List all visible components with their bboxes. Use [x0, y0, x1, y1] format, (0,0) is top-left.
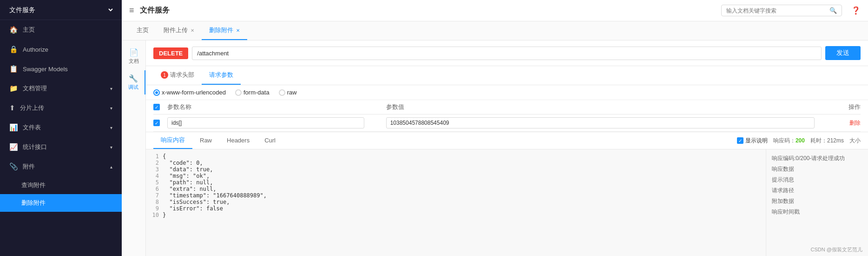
params-table-header: 参数名称 参数值 操作 [153, 100, 861, 115]
sidebar-item-authorize[interactable]: 🔒 Authorize [0, 40, 122, 59]
params-table: 参数名称 参数值 操作 删除 [146, 100, 868, 132]
resp-tab-curl[interactable]: Curl [257, 133, 283, 148]
right-content: DELETE 发送 1 请求头部 请求参数 x-www-form-urlenco… [146, 40, 868, 256]
code-line: 4 "msg": "ok", [150, 173, 762, 179]
sidebar-service-select[interactable]: 文件服务 [7, 6, 114, 14]
header-badge: 1 [161, 71, 168, 79]
sidebar-item-attachment[interactable]: 📎 附件 ▴ [0, 157, 122, 176]
size-label: 大小 [849, 137, 861, 145]
resp-tab-raw[interactable]: Raw [192, 133, 219, 148]
content-area: 📄 文档 🔧 调试 DELETE 发送 1 请求头部 [122, 40, 868, 256]
sidebar-subitem-query-attachment[interactable]: 查询附件 [0, 176, 122, 194]
sidebar-item-label: Authorize [23, 46, 48, 53]
desc-item: 响应时间戳 [772, 207, 862, 217]
code-area: 1 { 2 "code": 0, 3 "data": true, 4 [146, 149, 868, 256]
tab-main-label: 主页 [137, 26, 149, 34]
code-line: 7 "timestamp": "1667640888989", [150, 192, 762, 199]
desc-item: 附加数据 [772, 196, 862, 207]
sidebar-item-stats-api[interactable]: 📈 统计接口 ▾ [0, 137, 122, 157]
body-type-bar: x-www-form-urlencoded form-data raw [146, 85, 868, 100]
sidebar-item-label: 文档管理 [23, 84, 47, 93]
req-tab-headers-label: 请求头部 [170, 71, 194, 79]
sidebar-item-label: Swagger Models [23, 66, 68, 73]
close-icon[interactable]: ✕ [236, 28, 240, 33]
header-checkbox[interactable] [153, 104, 160, 110]
tab-upload[interactable]: 附件上传 ✕ [156, 21, 202, 40]
send-button[interactable]: 发送 [825, 46, 861, 60]
code-editor[interactable]: 1 { 2 "code": 0, 3 "data": true, 4 [146, 149, 766, 256]
req-tab-headers[interactable]: 1 请求头部 [153, 66, 202, 85]
row-checkbox[interactable] [153, 120, 160, 126]
status-label: 响应码：200 [773, 137, 805, 145]
left-panel-doc[interactable]: 📄 文档 [122, 44, 145, 68]
sidebar-subitem-delete-attachment[interactable]: 删除附件 [0, 194, 122, 212]
resp-tab-headers[interactable]: Headers [219, 133, 257, 148]
col-action-header: 操作 [823, 103, 861, 111]
chevron-down-icon: ▾ [110, 106, 112, 111]
chevron-down-icon: ▾ [110, 125, 112, 130]
show-desc-option[interactable]: ✓ 显示说明 [737, 137, 768, 145]
sidebar-item-doc-mgmt[interactable]: 📁 文档管理 ▾ [0, 79, 122, 98]
radio-formdata[interactable]: form-data [235, 89, 270, 96]
response-area: 响应内容 Raw Headers Curl ✓ 显示说明 响应码：200 耗时：… [146, 132, 868, 256]
sidebar-item-label: 主页 [23, 26, 35, 34]
sidebar-header: 文件服务 [0, 0, 122, 20]
radio-urlencoded[interactable]: x-www-form-urlencoded [153, 89, 226, 96]
home-icon: 🏠 [9, 26, 18, 34]
radio-formdata-dot [235, 89, 242, 96]
code-line: 5 "path": null, [150, 179, 762, 186]
response-tabs: 响应内容 Raw Headers Curl ✓ 显示说明 响应码：200 耗时：… [146, 132, 868, 149]
response-meta: ✓ 显示说明 响应码：200 耗时：212ms 大小 [737, 137, 861, 145]
close-icon[interactable]: ✕ [191, 28, 194, 33]
help-icon[interactable]: ❓ [851, 6, 861, 15]
left-panel-doc-label: 文档 [129, 58, 139, 65]
desc-item: 响应数据 [772, 164, 862, 175]
url-bar: DELETE 发送 [146, 40, 868, 66]
time-label: 耗时：212ms [810, 137, 844, 145]
code-line: 6 "extra": null, [150, 186, 762, 192]
chart-icon: 📈 [9, 143, 18, 151]
url-input[interactable] [192, 47, 822, 60]
resp-tab-content[interactable]: 响应内容 [153, 132, 192, 149]
param-name-input[interactable] [167, 117, 364, 128]
req-tab-params[interactable]: 请求参数 [202, 66, 241, 85]
table-icon: 📊 [9, 123, 18, 132]
status-code: 200 [796, 137, 805, 144]
sidebar-item-label: 文件表 [23, 123, 41, 132]
desc-item: 响应编码:0/200-请求处理成功 [772, 153, 862, 164]
code-line: 8 "isSuccess": true, [150, 199, 762, 205]
code-line: 9 "isError": false [150, 205, 762, 212]
radio-raw[interactable]: raw [279, 89, 297, 96]
main-content: ≡ 文件服务 🔍 ❓ 主页 附件上传 ✕ 删除附件 ✕ 📄 文档 [122, 0, 868, 256]
sidebar-item-split-upload[interactable]: ⬆ 分片上传 ▾ [0, 98, 122, 118]
page-title: 文件服务 [140, 6, 170, 15]
doc-icon: 📄 [129, 48, 138, 57]
top-bar: ≡ 文件服务 🔍 ❓ [122, 0, 868, 21]
radio-raw-dot [279, 89, 285, 96]
sidebar-item-label: 附件 [23, 162, 35, 171]
tab-delete[interactable]: 删除附件 ✕ [202, 21, 247, 40]
search-box[interactable]: 🔍 [721, 5, 842, 16]
tabs-bar: 主页 附件上传 ✕ 删除附件 ✕ [122, 21, 868, 40]
sidebar-item-file-table[interactable]: 📊 文件表 ▾ [0, 118, 122, 137]
sidebar-item-swagger-models[interactable]: 📋 Swagger Models [0, 59, 122, 79]
sidebar-nav: 🏠 主页 🔒 Authorize 📋 Swagger Models 📁 文档管理… [0, 20, 122, 256]
delete-row-button[interactable]: 删除 [849, 120, 861, 126]
desc-item: 请求路径 [772, 185, 862, 196]
tab-main[interactable]: 主页 [129, 21, 156, 40]
left-panel: 📄 文档 🔧 调试 [122, 40, 146, 256]
sidebar-item-label: 统计接口 [23, 143, 47, 151]
table-row: 删除 [153, 115, 861, 132]
watermark: CSDN @假装文艺范儿 [811, 246, 862, 253]
desc-item: 提示消息 [772, 175, 862, 185]
code-desc: 响应编码:0/200-请求处理成功 响应数据 提示消息 请求路径 附加数据 响应… [766, 149, 868, 256]
attachment-icon: 📎 [9, 162, 18, 171]
col-value-header: 参数值 [386, 103, 823, 111]
sidebar-item-home[interactable]: 🏠 主页 [0, 20, 122, 40]
upload-icon: ⬆ [9, 104, 15, 112]
menu-icon: ≡ [129, 6, 134, 15]
left-panel-debug[interactable]: 🔧 调试 [122, 70, 145, 94]
param-value-input[interactable] [386, 117, 815, 128]
search-input[interactable] [726, 7, 826, 14]
search-icon: 🔍 [829, 7, 837, 14]
